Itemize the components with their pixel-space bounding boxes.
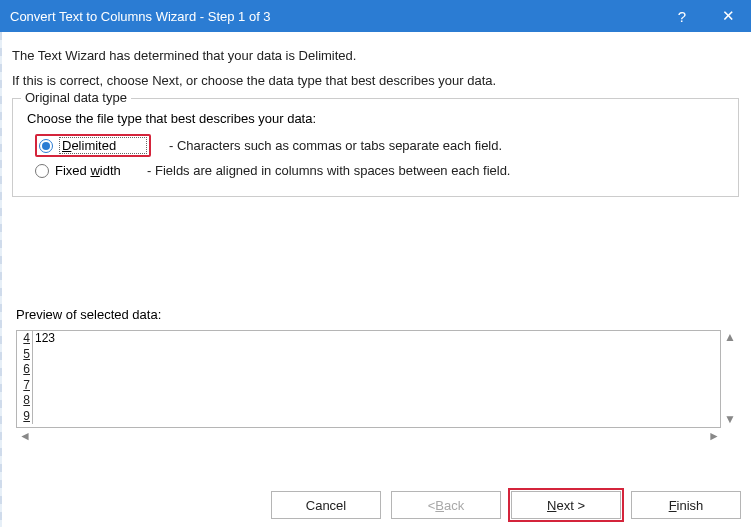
preview-area: 4123 5 6 7 8 9 ▲ ▼ ◄ ►	[12, 330, 739, 442]
button-row: Cancel < Back Next > Finish	[271, 491, 741, 519]
fixed-width-label: Fixed width	[55, 163, 143, 178]
back-button: < Back	[391, 491, 501, 519]
intro-text-2: If this is correct, choose Next, or choo…	[12, 73, 739, 88]
row-val	[33, 393, 35, 409]
row-val	[33, 362, 35, 378]
row-val: 123	[33, 331, 55, 347]
row-num: 7	[17, 378, 33, 394]
delimited-desc: - Characters such as commas or tabs sepa…	[169, 138, 502, 153]
table-row: 4123	[17, 331, 720, 347]
table-row: 8	[17, 393, 720, 409]
group-legend: Original data type	[21, 90, 131, 105]
choose-prompt: Choose the file type that best describes…	[27, 111, 728, 126]
option-delimited[interactable]: Delimited - Characters such as commas or…	[35, 134, 728, 157]
row-num: 6	[17, 362, 33, 378]
scroll-left-icon[interactable]: ◄	[18, 429, 32, 443]
radio-fixed-width[interactable]	[35, 164, 49, 178]
scroll-up-icon[interactable]: ▲	[723, 330, 737, 344]
scroll-right-icon[interactable]: ►	[707, 429, 721, 443]
table-row: 9	[17, 409, 720, 425]
option-fixed-width[interactable]: Fixed width - Fields are aligned in colu…	[35, 163, 728, 178]
row-val	[33, 378, 35, 394]
row-num: 8	[17, 393, 33, 409]
row-num: 9	[17, 409, 33, 425]
row-val	[33, 347, 35, 363]
cancel-button[interactable]: Cancel	[271, 491, 381, 519]
dialog-content: The Text Wizard has determined that your…	[0, 32, 751, 442]
table-row: 7	[17, 378, 720, 394]
original-data-type-group: Original data type Choose the file type …	[12, 98, 739, 197]
help-button[interactable]: ?	[659, 0, 705, 32]
row-num: 5	[17, 347, 33, 363]
finish-button[interactable]: Finish	[631, 491, 741, 519]
intro-text-1: The Text Wizard has determined that your…	[12, 48, 739, 63]
delimited-label: Delimited	[59, 137, 147, 154]
next-button[interactable]: Next >	[511, 491, 621, 519]
row-num: 4	[17, 331, 33, 347]
delimited-highlight: Delimited	[35, 134, 151, 157]
fixed-width-desc: - Fields are aligned in columns with spa…	[147, 163, 510, 178]
preview-box[interactable]: 4123 5 6 7 8 9	[16, 330, 721, 428]
radio-delimited[interactable]	[39, 139, 53, 153]
scroll-down-icon[interactable]: ▼	[723, 412, 737, 426]
table-row: 6	[17, 362, 720, 378]
table-row: 5	[17, 347, 720, 363]
close-button[interactable]: ✕	[705, 0, 751, 32]
preview-label: Preview of selected data:	[16, 307, 739, 322]
titlebar: Convert Text to Columns Wizard - Step 1 …	[0, 0, 751, 32]
window-left-edge	[0, 32, 2, 527]
row-val	[33, 409, 35, 425]
window-title: Convert Text to Columns Wizard - Step 1 …	[10, 9, 271, 24]
